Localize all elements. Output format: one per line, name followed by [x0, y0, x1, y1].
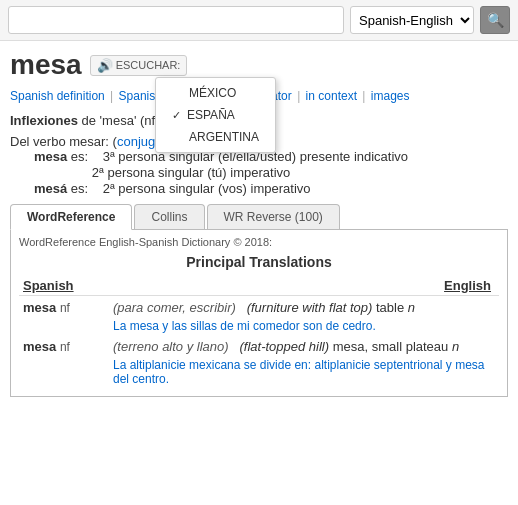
audio-label: ESCUCHAR:	[116, 59, 181, 71]
pos-2: nf	[60, 340, 70, 354]
language-select[interactable]: Spanish-English English-Spanish French-E…	[350, 6, 474, 34]
inflexiones-label: Inflexiones	[10, 113, 78, 128]
principal-title: Principal Translations	[19, 254, 499, 270]
dict-content: WordReference English-Spanish Dictionary…	[10, 230, 508, 397]
col-header-spanish: Spanish	[19, 276, 109, 296]
search-input[interactable]	[8, 6, 344, 34]
word-cell-1: mesa nf	[19, 296, 109, 318]
nav-link-images[interactable]: images	[371, 89, 410, 103]
grammar-2: (terreno alto y llano)	[113, 339, 229, 354]
example-text-2: La altiplanicie mexicana se divide en: a…	[109, 356, 499, 388]
dict-source: WordReference English-Spanish Dictionary…	[19, 236, 499, 248]
region-dropdown[interactable]: MÉXICO ESPAÑA ARGENTINA	[155, 77, 276, 153]
dropdown-item-argentina[interactable]: ARGENTINA	[156, 126, 275, 148]
verbo-line-3: mesá es: 2ª persona singular (vos) imper…	[10, 181, 508, 196]
col-header-english: English	[109, 276, 499, 296]
audio-button[interactable]: 🔊 ESCUCHAR:	[90, 55, 188, 76]
example-text-1: La mesa y las sillas de mi comedor son d…	[109, 317, 499, 335]
word-1: mesa	[23, 300, 56, 315]
grammar-1: (para comer, escribir)	[113, 300, 236, 315]
verbo-line-2: 2ª persona singular (tú) imperativo	[10, 165, 508, 180]
example-row-2: La altiplanicie mexicana se divide en: a…	[19, 356, 499, 388]
table-row: mesa nf (para comer, escribir) (furnitur…	[19, 296, 499, 318]
dropdown-item-label: MÉXICO	[189, 86, 236, 100]
word-cell-2: mesa nf	[19, 335, 109, 356]
audio-icon: 🔊	[97, 58, 113, 73]
example-row-1: La mesa y las sillas de mi comedor son d…	[19, 317, 499, 335]
def-cell-1: (para comer, escribir) (furniture with f…	[109, 296, 499, 318]
verbo-intro: Del verbo mesar: (conjugar)	[10, 134, 171, 149]
pos-1: nf	[60, 301, 70, 315]
tab-wr-reverse[interactable]: WR Reverse (100)	[207, 204, 340, 229]
dropdown-item-mexico[interactable]: MÉXICO	[156, 82, 275, 104]
search-icon: 🔍	[487, 12, 504, 28]
nav-link-in-context[interactable]: in context	[306, 89, 357, 103]
def-cell-2: (terreno alto y llano) (flat-topped hill…	[109, 335, 499, 356]
table-row: mesa nf (terreno alto y llano) (flat-top…	[19, 335, 499, 356]
search-button[interactable]: 🔍	[480, 6, 510, 34]
tab-collins[interactable]: Collins	[134, 204, 204, 229]
dropdown-item-label: ESPAÑA	[187, 108, 235, 122]
dropdown-item-espana[interactable]: ESPAÑA	[156, 104, 275, 126]
translation-2: (flat-topped hill) mesa, small plateau n	[239, 339, 459, 354]
tabs-bar: WordReference Collins WR Reverse (100)	[10, 204, 508, 230]
word-header: mesa 🔊 ESCUCHAR: MÉXICO ESPAÑA ARGENTINA	[0, 41, 518, 85]
nav-link-spanish-definition[interactable]: Spanish definition	[10, 89, 105, 103]
word-title: mesa	[10, 49, 82, 81]
tab-wordreference[interactable]: WordReference	[10, 204, 132, 230]
dropdown-item-label: ARGENTINA	[189, 130, 259, 144]
translation-1: (furniture with flat top) table n	[247, 300, 415, 315]
translation-table: Spanish English mesa nf (para comer, esc…	[19, 276, 499, 388]
header: Spanish-English English-Spanish French-E…	[0, 0, 518, 41]
word-2: mesa	[23, 339, 56, 354]
